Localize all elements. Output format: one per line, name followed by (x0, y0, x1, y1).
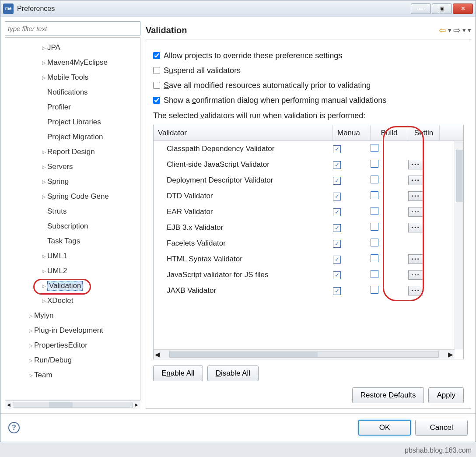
tree-item-xdoclet[interactable]: ▷XDoclet (5, 293, 138, 308)
suspend-checkbox[interactable] (153, 67, 160, 74)
settings-button[interactable]: ··· (408, 286, 423, 295)
tree-item-servers[interactable]: ▷Servers (5, 159, 138, 174)
save-checkbox[interactable] (153, 82, 160, 89)
filter-input[interactable] (5, 21, 140, 35)
forward-icon[interactable]: ⇨ (453, 25, 461, 35)
manual-cell[interactable] (333, 144, 371, 153)
settings-cell[interactable]: ··· (408, 191, 440, 201)
ok-button[interactable]: OK (358, 420, 411, 436)
option-suspend[interactable]: Suspend all validators (153, 63, 464, 78)
manual-checkbox[interactable] (333, 208, 341, 216)
col-header-manual[interactable]: Manua (333, 125, 371, 141)
table-row[interactable]: Deployment Descriptor Validator··· (154, 172, 463, 188)
manual-checkbox[interactable] (333, 161, 341, 169)
table-row[interactable]: Client-side JavaScript Validator··· (154, 157, 463, 172)
back-icon[interactable]: ⇦ (439, 25, 446, 35)
manual-checkbox[interactable] (333, 287, 341, 295)
build-cell[interactable] (371, 254, 408, 264)
tree-item-jpa[interactable]: ▷JPA (5, 40, 138, 55)
build-cell[interactable] (371, 239, 408, 249)
tree-item-propertieseditor[interactable]: ▷PropertiesEditor (5, 338, 138, 353)
settings-cell[interactable]: ··· (408, 207, 440, 217)
table-row[interactable]: Facelets Validator (154, 236, 463, 251)
build-cell[interactable] (371, 286, 408, 296)
table-row[interactable]: EAR Validator··· (154, 204, 463, 220)
tree-item-uml1[interactable]: ▷UML1 (5, 249, 138, 264)
tree-item-uml2[interactable]: ▷UML2 (5, 264, 138, 278)
maximize-button[interactable]: ▣ (432, 4, 452, 14)
settings-cell[interactable]: ··· (408, 270, 440, 280)
manual-cell[interactable] (333, 255, 371, 264)
manual-cell[interactable] (333, 192, 371, 200)
build-checkbox[interactable] (371, 270, 378, 278)
build-checkbox[interactable] (371, 176, 378, 183)
table-row[interactable]: HTML Syntax Validator··· (154, 251, 463, 267)
tree-item-notifications[interactable]: Notifications (5, 85, 138, 100)
table-row[interactable]: Classpath Dependency Validator (154, 141, 463, 157)
build-cell[interactable] (371, 176, 408, 186)
build-cell[interactable] (371, 160, 408, 170)
table-row[interactable]: JavaScript validator for JS files··· (154, 267, 463, 283)
confirm-checkbox[interactable] (153, 97, 160, 104)
tree-item-spring-code-gene[interactable]: ▷Spring Code Gene (5, 189, 138, 204)
option-override[interactable]: Allow projects to override these prefere… (153, 48, 464, 63)
settings-button[interactable]: ··· (408, 270, 423, 280)
back-menu-icon[interactable]: ▾ (448, 26, 452, 34)
tree-item-maven4myeclipse[interactable]: ▷Maven4MyEclipse (5, 55, 138, 70)
build-cell[interactable] (371, 207, 408, 217)
option-confirm[interactable]: Show a confirmation dialog when performi… (153, 93, 464, 108)
settings-cell[interactable]: ··· (408, 286, 440, 295)
manual-cell[interactable] (333, 286, 371, 295)
manual-checkbox[interactable] (333, 224, 341, 232)
build-checkbox[interactable] (371, 191, 378, 199)
tree-item-team[interactable]: ▷Team (5, 368, 138, 383)
manual-checkbox[interactable] (333, 271, 341, 279)
manual-cell[interactable] (333, 271, 371, 279)
manual-cell[interactable] (333, 223, 371, 232)
table-row[interactable]: DTD Validator··· (154, 188, 463, 204)
settings-button[interactable]: ··· (408, 254, 423, 264)
col-header-settings[interactable]: Settin (408, 125, 440, 141)
menu-icon[interactable]: ▾ (468, 26, 471, 34)
settings-button[interactable]: ··· (408, 223, 423, 232)
build-checkbox[interactable] (371, 207, 378, 215)
build-cell[interactable] (371, 223, 408, 233)
settings-button[interactable]: ··· (408, 160, 423, 169)
build-cell[interactable] (371, 270, 408, 280)
table-row[interactable]: EJB 3.x Validator··· (154, 220, 463, 236)
tree-item-plug-in-development[interactable]: ▷Plug-in Development (5, 323, 138, 338)
settings-cell[interactable]: ··· (408, 160, 440, 169)
manual-checkbox[interactable] (333, 256, 341, 264)
tree-item-spring[interactable]: ▷Spring (5, 174, 138, 189)
build-checkbox[interactable] (371, 286, 378, 294)
settings-button[interactable]: ··· (408, 207, 423, 217)
tree-item-project-libraries[interactable]: Project Libraries (5, 115, 138, 130)
tree-item-profiler[interactable]: Profiler (5, 100, 138, 115)
settings-button[interactable]: ··· (408, 176, 423, 185)
tree-item-mylyn[interactable]: ▷Mylyn (5, 308, 138, 323)
tree-item-subscription[interactable]: Subscription (5, 219, 138, 234)
table-horizontal-scrollbar[interactable]: ◀▶ (154, 349, 455, 359)
manual-checkbox[interactable] (333, 193, 341, 200)
build-checkbox[interactable] (371, 254, 378, 262)
build-checkbox[interactable] (371, 239, 378, 246)
tree-item-report-design[interactable]: ▷Report Design (5, 144, 138, 159)
tree-item-run-debug[interactable]: ▷Run/Debug (5, 353, 138, 368)
forward-menu-icon[interactable]: ▾ (462, 26, 466, 34)
manual-cell[interactable] (333, 207, 371, 216)
override-checkbox[interactable] (153, 52, 160, 59)
manual-checkbox[interactable] (333, 177, 341, 185)
col-header-validator[interactable]: Validator (154, 125, 333, 141)
apply-button[interactable]: Apply (428, 387, 464, 403)
cancel-button[interactable]: Cancel (415, 420, 468, 436)
tree-item-task-tags[interactable]: Task Tags (5, 234, 138, 249)
tree-horizontal-scrollbar[interactable]: ◀▶ (5, 400, 140, 409)
close-button[interactable]: ✕ (453, 4, 473, 14)
manual-checkbox[interactable] (333, 240, 341, 248)
settings-cell[interactable]: ··· (408, 176, 440, 185)
help-icon[interactable]: ? (8, 422, 20, 433)
manual-cell[interactable] (333, 176, 371, 185)
build-checkbox[interactable] (371, 160, 378, 168)
disable-all-button[interactable]: Disable All (207, 366, 259, 381)
build-cell[interactable] (371, 191, 408, 201)
